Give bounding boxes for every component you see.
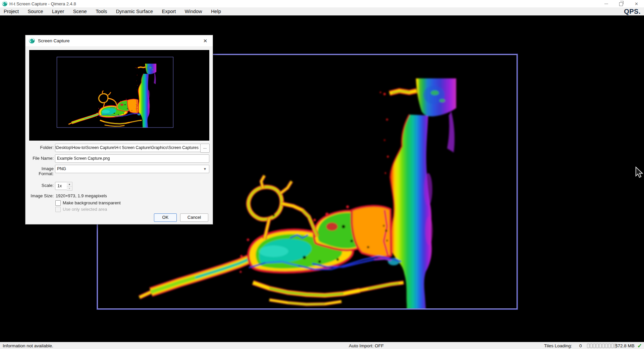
chevron-down-icon: ▼ [203, 165, 207, 173]
cancel-button[interactable]: Cancel [180, 213, 208, 222]
minimize-icon [604, 4, 608, 4]
menu-dynamic-surface[interactable]: Dynamic Surface [112, 7, 157, 15]
auto-import-status: Auto Import: OFF [349, 343, 384, 348]
dialog-titlebar[interactable]: Screen Capture ✕ [25, 35, 213, 46]
image-format-select[interactable]: PNG ▼ [55, 165, 209, 173]
folder-label: Folder: [25, 145, 54, 150]
scale-stepper[interactable]: ▲ ▼ [67, 182, 72, 191]
menu-help[interactable]: Help [207, 7, 225, 15]
transparent-background-checkbox[interactable] [55, 200, 61, 206]
menu-source[interactable]: Source [24, 7, 47, 15]
screen-capture-dialog: Screen Capture ✕ Folder: sers\isabelle.e… [25, 35, 213, 225]
image-format-label: Image Format: [25, 166, 54, 176]
tiles-loading-label: Tiles Loading: [544, 343, 572, 348]
dialog-title: Screen Capture [38, 38, 70, 43]
window-title: H-t Screen Capture - Qimera 2.4.8 [9, 1, 76, 6]
status-ok-check-icon: ✓ [637, 342, 642, 349]
app-window: H-t Screen Capture - Qimera 2.4.8 ✕ Proj… [0, 0, 644, 349]
close-button[interactable]: ✕ [629, 0, 644, 7]
image-size-label: Image Size: [25, 193, 54, 198]
ok-button[interactable]: OK [154, 213, 177, 222]
file-name-label: File Name: [25, 156, 54, 161]
mouse-cursor [635, 166, 644, 179]
image-format-value: PNG [57, 166, 66, 171]
tiles-loading-count: 0 [579, 343, 582, 348]
status-message: Information not available. [3, 343, 53, 348]
minimize-button[interactable] [599, 0, 614, 7]
browse-button[interactable]: ... [200, 144, 210, 153]
selected-area-label: Use only selected area [63, 207, 107, 212]
menu-bar: Project Source Layer Scene Tools Dynamic… [0, 7, 644, 15]
menu-export[interactable]: Export [158, 7, 179, 15]
selected-area-checkbox [55, 207, 61, 212]
dialog-close-button[interactable]: ✕ [198, 35, 213, 46]
capture-preview [29, 50, 209, 141]
scale-label: Scale: [25, 183, 54, 188]
close-icon: ✕ [635, 2, 638, 6]
spin-up-icon[interactable]: ▲ [67, 182, 72, 187]
restore-icon [619, 2, 623, 6]
restore-button[interactable] [614, 0, 629, 7]
status-bar: Information not available. Auto Import: … [0, 342, 644, 349]
window-titlebar: H-t Screen Capture - Qimera 2.4.8 ✕ [0, 0, 644, 7]
menu-scene[interactable]: Scene [69, 7, 91, 15]
memory-usage: 572.8 MB [615, 343, 635, 348]
menu-layer[interactable]: Layer [48, 7, 68, 15]
file-name-input[interactable]: Example Screen Capture.png [55, 154, 209, 163]
preview-thumbnail [57, 57, 173, 128]
menu-window[interactable]: Window [181, 7, 206, 15]
menu-project[interactable]: Project [0, 7, 22, 15]
spin-down-icon[interactable]: ▼ [67, 187, 72, 191]
qimera-logo-icon [29, 38, 35, 44]
scale-input[interactable]: 1x [55, 182, 67, 190]
image-size-value: 1920×973, 1.9 megapixels [56, 193, 107, 198]
folder-input[interactable]: sers\isabelle.emery\Desktop\How-to\Scree… [55, 144, 201, 152]
qimera-logo-icon [2, 1, 7, 6]
menu-tools[interactable]: Tools [92, 7, 111, 15]
transparent-background-label: Make background transparent [63, 200, 121, 205]
qps-brand-logo: QPS. [624, 7, 641, 15]
tiles-progress-segments [587, 344, 617, 348]
